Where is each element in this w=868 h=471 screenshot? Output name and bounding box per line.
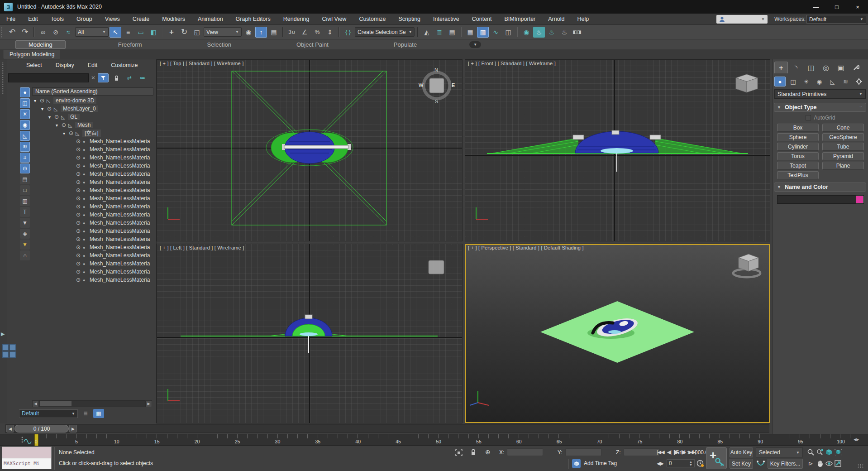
expand-arrow-icon[interactable]: [63, 130, 69, 136]
visibility-eye-icon[interactable]: [76, 269, 83, 275]
layer-list-icon[interactable]: ≣: [80, 409, 91, 418]
primitive-button[interactable]: Cylinder: [777, 143, 819, 151]
expand-arrow-icon[interactable]: [70, 154, 76, 161]
macro-recorder-pane[interactable]: [2, 447, 51, 458]
select-and-rotate-icon[interactable]: ↻: [178, 27, 190, 38]
visibility-eye-icon[interactable]: [62, 122, 68, 128]
object-color-swatch[interactable]: [856, 196, 863, 203]
node-label[interactable]: enviro-dome 3D: [53, 97, 96, 104]
render-production-icon[interactable]: ♨: [558, 27, 570, 38]
menu-item[interactable]: Animation: [191, 14, 229, 25]
tree-row[interactable]: Mesh_NameLessMateria: [32, 178, 157, 186]
menu-item[interactable]: Edit: [22, 14, 44, 25]
visibility-eye-icon[interactable]: [76, 277, 83, 283]
mirror-icon[interactable]: ◭: [421, 27, 433, 38]
scroll-track[interactable]: [39, 400, 145, 407]
primitive-button[interactable]: Tube: [822, 143, 864, 151]
visibility-eye-icon[interactable]: [76, 163, 83, 169]
ribbon-overflow-dropdown[interactable]: ▼: [469, 41, 481, 48]
node-label[interactable]: Mesh_NameLessMateria: [90, 195, 150, 202]
expand-arrow-icon[interactable]: [70, 252, 76, 259]
expand-arrow-icon[interactable]: [70, 195, 76, 202]
name-and-color-rollout[interactable]: ▼ Name and Color: [774, 183, 866, 192]
sign-in-dropdown[interactable]: ▼: [716, 15, 768, 24]
node-label[interactable]: Mesh_NameLessMateria: [90, 179, 150, 185]
primitive-button[interactable]: Box: [777, 124, 819, 132]
bind-to-space-warp-icon[interactable]: ≈: [62, 27, 74, 38]
tab-utilities-icon[interactable]: [849, 62, 863, 73]
ribbon-tab[interactable]: Object Paint: [284, 40, 341, 49]
maximize-button[interactable]: □: [826, 0, 847, 14]
reference-coordinate-dropdown[interactable]: View▼: [204, 27, 242, 37]
zoom-icon[interactable]: [806, 447, 815, 457]
filter-custom-icon[interactable]: ▼: [20, 240, 30, 250]
viewport-perspective[interactable]: [ + ] [ Perspective ] [ Standard ] [ Def…: [465, 244, 770, 423]
node-label[interactable]: MeshLayer_0: [61, 106, 98, 112]
expand-arrow-icon[interactable]: [70, 179, 76, 185]
menu-item[interactable]: Scripting: [392, 14, 427, 25]
pan-hand-icon[interactable]: [816, 459, 824, 468]
next-frame-button[interactable]: |▶: [680, 447, 687, 457]
tree-row[interactable]: Mesh_NameLessMateria: [32, 219, 157, 227]
tree-row[interactable]: Mesh_NameLessMateria: [32, 211, 157, 219]
previous-frame-button[interactable]: ◀: [6, 425, 14, 433]
filter-shapes-icon[interactable]: ◫: [20, 98, 30, 108]
selection-lock-icon[interactable]: [471, 449, 476, 457]
visibility-eye-icon[interactable]: [40, 97, 47, 104]
visibility-eye-icon[interactable]: [76, 195, 83, 202]
layer-explorer-toggle-icon[interactable]: ▦: [464, 27, 476, 38]
node-label[interactable]: Mesh_NameLessMateria: [90, 244, 150, 250]
time-slider-track[interactable]: ◀ 0 / 100 ▶: [5, 424, 769, 433]
node-label[interactable]: Mesh: [75, 122, 93, 128]
compass-north[interactable]: N: [434, 67, 438, 72]
tab-display-icon[interactable]: ▣: [834, 62, 848, 73]
undo-icon[interactable]: ↶: [6, 27, 18, 38]
filter-bones-icon[interactable]: ⌗: [20, 153, 30, 163]
visibility-eye-icon[interactable]: [69, 130, 76, 136]
node-label[interactable]: Mesh_NameLessMateria: [90, 252, 150, 259]
time-tag-cube-icon[interactable]: [572, 459, 581, 468]
time-slider-handle[interactable]: 0 / 100: [14, 425, 69, 433]
tree-row[interactable]: MeshLayer_0: [32, 105, 157, 113]
visibility-eye-icon[interactable]: [76, 252, 83, 259]
auto-key-button[interactable]: Auto Key: [730, 447, 753, 457]
menu-item[interactable]: Interactive: [427, 14, 466, 25]
track-bar[interactable]: 0510152025303540455055606570758085909510…: [0, 434, 868, 446]
node-label[interactable]: Mesh_NameLessMateria: [90, 228, 150, 234]
category-spacewarps-icon[interactable]: ≋: [840, 77, 851, 87]
tree-row[interactable]: Mesh_NameLessMateria: [32, 162, 157, 170]
category-geometry-icon[interactable]: ●: [774, 77, 786, 87]
filter-expand-icon[interactable]: ▼: [20, 218, 30, 228]
visibility-eye-icon[interactable]: [47, 106, 54, 112]
category-lights-icon[interactable]: ☀: [801, 77, 812, 87]
workspaces-dropdown[interactable]: Default▼: [806, 15, 866, 24]
expand-arrow-icon[interactable]: [70, 236, 76, 242]
select-by-name-icon[interactable]: ≡: [122, 27, 134, 38]
go-to-start-button[interactable]: |◀◀: [655, 447, 666, 457]
render-ab-icon[interactable]: ◧◨: [571, 27, 583, 38]
expand-arrow-icon[interactable]: [34, 97, 40, 104]
visibility-eye-icon[interactable]: [76, 154, 83, 161]
toolbar-drag-handle[interactable]: [1, 26, 4, 38]
node-label[interactable]: Mesh_NameLessMateria: [90, 171, 150, 177]
tree-row[interactable]: Mesh_NameLessMateria: [32, 194, 157, 202]
expand-arrow-icon[interactable]: [41, 106, 47, 112]
tab-polygon-modeling[interactable]: Polygon Modeling: [4, 50, 60, 58]
expand-arrow-icon[interactable]: [70, 269, 76, 275]
expand-arrow-icon[interactable]: [70, 171, 76, 177]
node-label[interactable]: Mesh_NameLessMateria: [90, 203, 150, 210]
menu-item[interactable]: Content: [466, 14, 498, 25]
align-icon[interactable]: ≣: [434, 27, 445, 38]
tree-row[interactable]: Mesh_NameLessMateria: [32, 145, 157, 154]
named-selection-dropdown[interactable]: Create Selection Se▼: [355, 27, 415, 37]
name-column-header[interactable]: Name (Sorted Ascending): [32, 87, 153, 96]
tab-hierarchy-icon[interactable]: ◫: [804, 62, 818, 73]
explorer-menu-item[interactable]: Customize: [111, 62, 138, 68]
snap-toggle-3d-icon[interactable]: 3∪: [286, 27, 298, 38]
object-name-input[interactable]: [777, 195, 864, 204]
explorer-h-scrollbar[interactable]: ◀ ▶: [32, 400, 152, 407]
tree-row[interactable]: Mesh_NameLessMateria: [32, 170, 157, 178]
expand-arrow-icon[interactable]: [70, 146, 76, 153]
category-systems-icon[interactable]: [853, 77, 864, 87]
node-label[interactable]: Mesh_NameLessMateria: [90, 277, 150, 283]
